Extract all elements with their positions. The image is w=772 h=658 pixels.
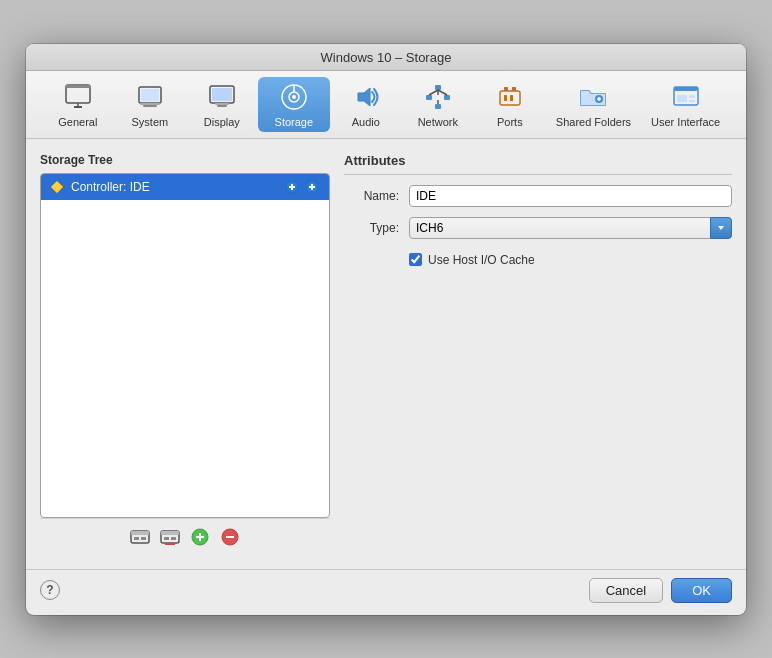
attributes-title: Attributes	[344, 153, 732, 175]
window-title: Windows 10 – Storage	[321, 50, 452, 65]
user-interface-label: User Interface	[651, 116, 720, 128]
toolbar-item-ports[interactable]: Ports	[474, 77, 546, 132]
add-attachment-button[interactable]	[188, 525, 212, 549]
attr-type-label: Type:	[344, 221, 399, 235]
svg-rect-9	[212, 88, 232, 101]
shared-folders-label: Shared Folders	[556, 116, 631, 128]
toolbar-item-network[interactable]: Network	[402, 77, 474, 132]
svg-line-22	[429, 90, 438, 95]
cache-checkbox-row: Use Host I/O Cache	[409, 253, 732, 267]
attr-name-input[interactable]	[409, 185, 732, 207]
toolbar-item-shared-folders[interactable]: Shared Folders	[546, 77, 641, 132]
general-label: General	[58, 116, 97, 128]
svg-rect-47	[134, 537, 139, 540]
audio-icon	[350, 81, 382, 113]
controller-ide-label: Controller: IDE	[71, 180, 283, 194]
add-controller-button[interactable]	[128, 525, 152, 549]
shared-folders-icon	[577, 81, 609, 113]
attr-name-row: Name:	[344, 185, 732, 207]
svg-rect-34	[674, 87, 698, 91]
cancel-button[interactable]: Cancel	[589, 578, 663, 603]
help-button[interactable]: ?	[40, 580, 60, 600]
toolbar-item-display[interactable]: Display	[186, 77, 258, 132]
svg-rect-17	[435, 85, 441, 90]
add-hdd-button[interactable]	[303, 178, 321, 196]
toolbar-item-audio[interactable]: Audio	[330, 77, 402, 132]
attr-type-row: Type: ICH6 PIIX3 PIIX4	[344, 217, 732, 239]
remove-attachment-button[interactable]	[218, 525, 242, 549]
svg-rect-20	[435, 104, 441, 109]
remove-controller-button[interactable]	[158, 525, 182, 549]
svg-rect-37	[689, 100, 695, 102]
cache-checkbox[interactable]	[409, 253, 422, 266]
tree-item-actions	[283, 178, 321, 196]
cache-checkbox-label[interactable]: Use Host I/O Cache	[428, 253, 535, 267]
svg-rect-18	[426, 95, 432, 100]
svg-rect-26	[504, 87, 508, 91]
svg-rect-48	[141, 537, 146, 540]
svg-rect-7	[140, 103, 160, 105]
svg-rect-52	[171, 537, 176, 540]
bottom-buttons: Cancel OK	[589, 578, 732, 603]
attr-type-select[interactable]: ICH6 PIIX3 PIIX4	[409, 217, 732, 239]
svg-line-23	[438, 90, 447, 95]
system-icon	[134, 81, 166, 113]
svg-rect-1	[66, 85, 90, 88]
attr-name-label: Name:	[344, 189, 399, 203]
ports-icon	[494, 81, 526, 113]
svg-marker-38	[51, 181, 63, 193]
toolbar-item-user-interface[interactable]: User Interface	[641, 77, 730, 132]
titlebar: Windows 10 – Storage	[26, 44, 746, 71]
audio-label: Audio	[352, 116, 380, 128]
network-icon	[422, 81, 454, 113]
add-optical-button[interactable]	[283, 178, 301, 196]
left-panel: Storage Tree Controller: IDE	[40, 153, 330, 555]
svg-rect-36	[689, 95, 695, 98]
svg-rect-51	[164, 537, 169, 540]
svg-rect-28	[504, 95, 507, 101]
main-window: Windows 10 – Storage General	[26, 44, 746, 615]
storage-label: Storage	[275, 116, 314, 128]
general-icon	[62, 81, 94, 113]
ok-button[interactable]: OK	[671, 578, 732, 603]
svg-rect-11	[215, 103, 229, 105]
svg-rect-6	[143, 105, 157, 107]
user-interface-icon	[670, 81, 702, 113]
attr-type-select-wrapper: ICH6 PIIX3 PIIX4	[409, 217, 732, 239]
network-label: Network	[418, 116, 458, 128]
storage-tree-title: Storage Tree	[40, 153, 330, 167]
svg-rect-46	[131, 531, 149, 535]
svg-rect-29	[510, 95, 513, 101]
svg-rect-5	[141, 89, 159, 101]
svg-rect-10	[217, 105, 227, 107]
tree-toolbar	[40, 518, 330, 555]
display-label: Display	[204, 116, 240, 128]
display-icon	[206, 81, 238, 113]
bottom-bar: ? Cancel OK	[26, 569, 746, 615]
right-panel: Attributes Name: Type: ICH6 PIIX3 PIIX4	[344, 153, 732, 555]
storage-tree-box: Controller: IDE	[40, 173, 330, 518]
svg-rect-19	[444, 95, 450, 100]
svg-rect-50	[161, 531, 179, 535]
system-label: System	[132, 116, 169, 128]
svg-marker-16	[358, 88, 370, 106]
toolbar-item-general[interactable]: General	[42, 77, 114, 132]
ports-label: Ports	[497, 116, 523, 128]
controller-ide-icon	[49, 179, 65, 195]
main-content: Storage Tree Controller: IDE	[26, 139, 746, 569]
toolbar-item-storage[interactable]: Storage	[258, 77, 330, 132]
tree-controller-ide[interactable]: Controller: IDE	[41, 174, 329, 200]
svg-point-14	[292, 95, 296, 99]
svg-rect-27	[512, 87, 516, 91]
svg-rect-35	[677, 95, 687, 102]
storage-icon	[278, 81, 310, 113]
toolbar-item-system[interactable]: System	[114, 77, 186, 132]
toolbar: General System	[26, 71, 746, 139]
